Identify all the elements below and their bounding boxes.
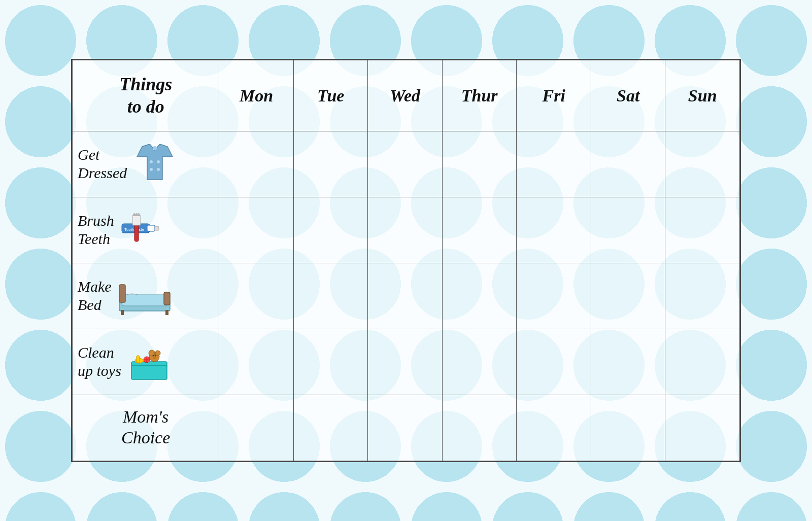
day-wed: Wed [368,60,443,131]
task-get-dressed: Get Dressed [73,131,219,197]
header-line1: Things [119,74,172,94]
task3-line1: Clean [78,344,114,361]
cell-teeth-fri[interactable] [517,197,591,263]
cell-dressed-sat[interactable] [591,131,665,197]
cell-moms-tue[interactable] [293,395,368,461]
cell-dressed-sun[interactable] [665,131,740,197]
svg-rect-21 [122,295,167,306]
svg-point-4 [150,168,153,171]
svg-rect-8 [155,226,159,230]
cell-teeth-sun[interactable] [665,197,740,263]
cell-dressed-mon[interactable] [219,131,294,197]
row-make-bed: Make Bed [73,263,740,329]
task-clean-toys: Clean up toys [73,329,219,395]
cell-moms-thur[interactable] [442,395,517,461]
cell-teeth-thur[interactable] [442,197,517,263]
chore-chart: Things to do Mon Tue Wed Thur Fri Sat Su… [71,59,741,462]
svg-rect-25 [165,310,168,315]
row-get-dressed: Get Dressed [73,131,740,197]
task1-line1: Brush [78,212,114,229]
svg-rect-29 [137,356,140,363]
task2-line1: Make [78,278,112,295]
svg-rect-26 [131,362,167,379]
task0-line2: Dressed [78,164,127,181]
svg-point-34 [154,355,156,357]
task-brush-teeth: Brush Teeth Toothpaste [73,197,219,263]
cell-moms-sun[interactable] [665,395,740,461]
cell-dressed-fri[interactable] [517,131,591,197]
cell-dressed-wed[interactable] [368,131,443,197]
task0-line1: Get [78,146,99,163]
cell-toys-sat[interactable] [591,329,665,395]
cell-dressed-thur[interactable] [442,131,517,197]
row-brush-teeth: Brush Teeth Toothpaste [73,197,740,263]
svg-rect-11 [132,215,141,225]
svg-point-33 [152,355,154,357]
svg-rect-22 [119,285,125,302]
teeth-icon: Toothpaste [119,211,167,249]
svg-point-32 [155,351,160,356]
day-sat: Sat [591,60,665,131]
toys-icon [126,340,172,383]
svg-point-1 [153,146,157,150]
day-mon: Mon [219,60,294,131]
day-tue: Tue [293,60,368,131]
task-moms-choice: Mom's Choice [73,395,219,461]
cell-toys-thur[interactable] [442,329,517,395]
cell-bed-fri[interactable] [517,263,591,329]
day-fri: Fri [517,60,591,131]
svg-rect-24 [121,310,124,315]
cell-toys-tue[interactable] [293,329,368,395]
cell-dressed-tue[interactable] [293,131,368,197]
cell-moms-wed[interactable] [368,395,443,461]
things-to-do-header: Things to do [73,60,219,131]
cell-toys-fri[interactable] [517,329,591,395]
clothes-icon [132,144,178,184]
cell-bed-wed[interactable] [368,263,443,329]
cell-moms-sat[interactable] [591,395,665,461]
cell-moms-mon[interactable] [219,395,294,461]
header-line2: to do [127,96,164,117]
cell-bed-sun[interactable] [665,263,740,329]
task2-line2: Bed [78,296,101,313]
task4-line1: Mom's [123,407,168,426]
cell-bed-sat[interactable] [591,263,665,329]
cell-teeth-sat[interactable] [591,197,665,263]
row-moms-choice: Mom's Choice [73,395,740,461]
svg-point-5 [157,168,160,171]
cell-bed-mon[interactable] [219,263,294,329]
bed-icon [117,274,173,317]
svg-rect-23 [164,292,170,305]
task1-line2: Teeth [78,230,110,247]
task4-line2: Choice [121,428,170,447]
row-clean-toys: Clean up toys [73,329,740,395]
day-thur: Thur [442,60,517,131]
cell-bed-tue[interactable] [293,263,368,329]
svg-point-3 [157,160,160,163]
task-make-bed: Make Bed [73,263,219,329]
cell-toys-mon[interactable] [219,329,294,395]
cell-teeth-tue[interactable] [293,197,368,263]
svg-point-35 [153,357,156,359]
cell-bed-thur[interactable] [442,263,517,329]
cell-teeth-wed[interactable] [368,197,443,263]
cell-toys-wed[interactable] [368,329,443,395]
svg-point-2 [150,160,153,163]
cell-toys-sun[interactable] [665,329,740,395]
task3-line2: up toys [78,362,121,379]
day-sun: Sun [665,60,740,131]
cell-moms-fri[interactable] [517,395,591,461]
svg-rect-7 [147,225,155,231]
cell-teeth-mon[interactable] [219,197,294,263]
